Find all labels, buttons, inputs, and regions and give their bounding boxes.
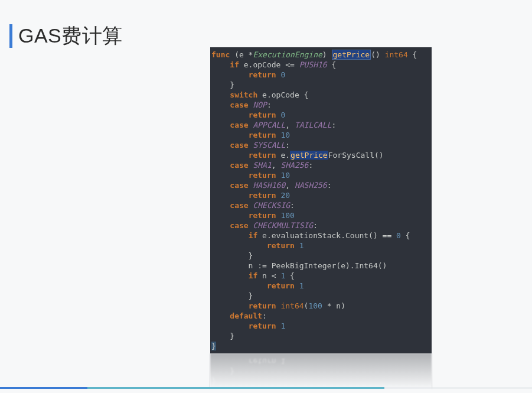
t: : [267,100,272,109]
t: { [408,50,417,59]
t [295,281,299,290]
t: : [332,121,337,129]
const-push16: PUSH16 [299,60,327,69]
num-20: 20 [280,191,290,200]
t: () [371,50,384,59]
type-int64: int64 [280,301,303,310]
kw-if: if [230,60,239,69]
t: : [285,141,290,150]
num-10: 10 [280,171,290,180]
t: : [290,201,295,210]
kw-return: return [249,151,276,160]
ret-type: int64 [385,50,408,59]
progress-seg-3 [384,387,532,389]
const-checksig: CHECKSIG [253,201,290,210]
kw-return: return [249,211,276,220]
t: : [313,221,318,230]
t [211,311,230,320]
t: ) [322,50,332,59]
t: e.evaluationStack.Count() == [257,231,396,240]
t [295,241,299,250]
t: } [211,342,216,350]
kw-if: if [249,231,258,240]
kw-return: return [249,70,276,79]
t [211,141,230,150]
num-10: 10 [280,131,290,139]
fn-getPrice-inline: getPrice [290,151,328,160]
const-hash160: HASH160 [253,181,285,190]
num-100: 100 [280,211,294,220]
t: : [308,161,313,170]
const-hash256: HASH256 [295,181,327,190]
t: ForSysCall() [328,151,384,160]
code-block: func (e *ExecutionEngine) getPrice() int… [210,47,432,353]
t [211,271,249,280]
const-tailcall: TAILCALL [295,121,332,129]
kw-return: return [249,131,276,139]
kw-case: case [230,201,248,210]
t: n := PeekBigInteger(e).Int64() [211,261,387,270]
const-sha256: SHA256 [280,161,308,170]
t [211,121,230,129]
t: } [211,80,234,89]
kw-default: default [230,311,262,320]
t: e.opCode <= [239,60,299,69]
num-0: 0 [396,231,401,240]
t [211,131,249,139]
kw-return: return [249,111,276,119]
kw-case: case [230,221,248,230]
t [211,281,267,290]
const-checkmultisig: CHECKMULTISIG [253,221,313,230]
progress-seg-2 [87,387,384,389]
t [211,171,249,180]
const-syscall: SYSCALL [253,141,285,150]
num-1: 1 [299,281,304,290]
t: } [211,291,253,300]
t: , [272,161,281,170]
t [211,151,249,160]
t [211,70,249,79]
const-sha1: SHA1 [253,161,271,170]
kw-return: return [249,191,276,200]
kw-return: return [249,171,276,180]
t [211,221,230,230]
kw-return: return [267,281,295,290]
code-reflection: } } return 1 [210,353,432,389]
t: e.opCode { [257,90,308,99]
t: , [285,121,295,129]
t [211,111,249,119]
t: e. [276,151,290,160]
t [211,90,230,99]
t [211,301,249,310]
t: return 1 [211,357,285,366]
progress-seg-1 [0,387,87,389]
kw-return: return [267,241,295,250]
kw-return: return [249,301,276,310]
num-1: 1 [299,241,304,250]
kw-case: case [230,181,248,190]
fn-getPrice: getPrice [332,50,371,60]
footer-progress [0,387,532,389]
kw-case: case [230,141,248,150]
t: { [285,271,295,280]
t [211,211,249,220]
t: * n) [322,301,345,310]
t [211,100,230,109]
num-0: 0 [280,70,285,79]
t: { [401,231,410,240]
t [211,321,249,330]
t: } [211,251,253,260]
type-exec-engine: ExecutionEngine [253,50,322,59]
t [211,191,249,200]
kw-return: return [249,321,276,330]
t [211,201,230,210]
slide-title-row: GAS费计算 [9,22,123,50]
t: } [211,377,216,386]
kw-case: case [230,161,248,170]
t [211,161,230,170]
t: n < [257,271,280,280]
t [211,241,267,250]
t [211,231,249,240]
t: (e * [230,50,253,59]
title-accent-bar [9,24,12,48]
